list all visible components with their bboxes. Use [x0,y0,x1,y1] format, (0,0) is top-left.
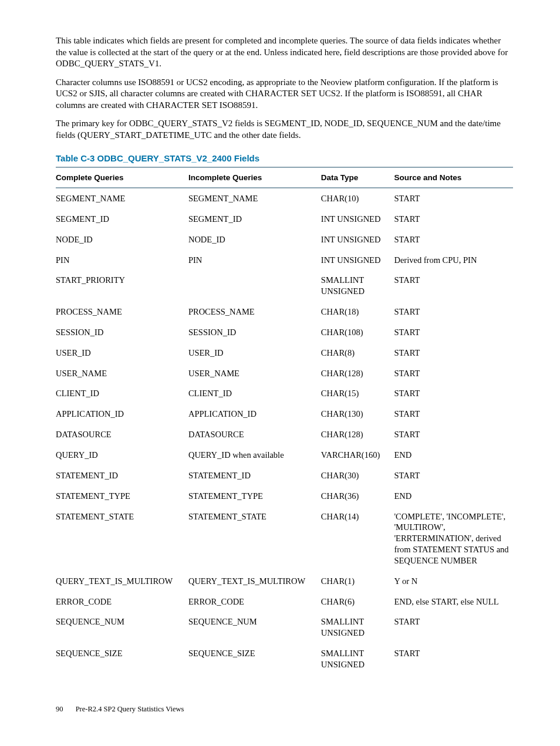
cell: SEQUENCE_SIZE [188,643,321,675]
cell: SMALLINT UNSIGNED [321,643,394,675]
cell: QUERY_TEXT_IS_MULTIROW [188,571,321,592]
cell: Y or N [394,571,513,592]
cell: START [394,209,513,229]
table-row: USER_NAMEUSER_NAMECHAR(128)START [56,363,513,384]
cell: CHAR(30) [321,465,394,486]
header-incomplete-queries: Incomplete Queries [188,167,321,188]
cell: START [394,612,513,643]
table-row: DATASOURCEDATASOURCECHAR(128)START [56,424,513,445]
cell: ERROR_CODE [188,592,321,612]
cell: STATEMENT_ID [56,465,188,486]
cell: START [394,383,513,404]
cell: USER_NAME [188,363,321,384]
footer-section-title: Pre-R2.4 SP2 Query Statistics Views [76,705,184,713]
intro-para-3: The primary key for ODBC_QUERY_STATS_V2 … [56,118,513,141]
cell: STATEMENT_STATE [188,507,321,571]
cell: START [394,322,513,343]
cell: START_PRIORITY [56,270,188,302]
cell: APPLICATION_ID [56,404,188,424]
table-row: QUERY_IDQUERY_ID when availableVARCHAR(1… [56,445,513,465]
intro-para-2: Character columns use ISO88591 or UCS2 e… [56,77,513,112]
cell: INT UNSIGNED [321,250,394,271]
page-number: 90 [56,705,63,713]
cell: CHAR(8) [321,343,394,363]
cell: START [394,188,513,209]
cell: CHAR(130) [321,404,394,424]
cell: SEQUENCE_SIZE [56,643,188,675]
cell: START [394,229,513,250]
cell: USER_ID [56,343,188,363]
fields-table: Complete Queries Incomplete Queries Data… [56,167,513,675]
cell: SEGMENT_ID [56,209,188,229]
cell: END [394,445,513,465]
cell: START [394,270,513,302]
cell: NODE_ID [188,229,321,250]
cell: QUERY_ID [56,445,188,465]
cell: CHAR(1) [321,571,394,592]
cell: DATASOURCE [188,424,321,445]
cell: CHAR(128) [321,424,394,445]
table-row: SEQUENCE_SIZESEQUENCE_SIZESMALLINT UNSIG… [56,643,513,675]
cell: CHAR(18) [321,302,394,322]
cell: START [394,424,513,445]
page-footer: 90 Pre-R2.4 SP2 Query Statistics Views [56,704,513,714]
cell: SESSION_ID [56,322,188,343]
cell: START [394,302,513,322]
cell: CLIENT_ID [188,383,321,404]
cell: CHAR(14) [321,507,394,571]
cell: DATASOURCE [56,424,188,445]
header-complete-queries: Complete Queries [56,167,188,188]
cell: PROCESS_NAME [188,302,321,322]
intro-para-1: This table indicates which fields are pr… [56,35,513,70]
cell: STATEMENT_STATE [56,507,188,571]
cell: END [394,486,513,507]
cell: STATEMENT_TYPE [56,486,188,507]
cell: SEQUENCE_NUM [56,612,188,643]
table-row: STATEMENT_IDSTATEMENT_IDCHAR(30)START [56,465,513,486]
cell: ERROR_CODE [56,592,188,612]
cell: CHAR(108) [321,322,394,343]
cell: CLIENT_ID [56,383,188,404]
header-source-notes: Source and Notes [394,167,513,188]
cell: QUERY_TEXT_IS_MULTIROW [56,571,188,592]
cell: SEGMENT_NAME [56,188,188,209]
cell: STATEMENT_TYPE [188,486,321,507]
cell: SEGMENT_ID [188,209,321,229]
cell: INT UNSIGNED [321,209,394,229]
header-data-type: Data Type [321,167,394,188]
cell: SMALLINT UNSIGNED [321,270,394,302]
table-row: CLIENT_IDCLIENT_IDCHAR(15)START [56,383,513,404]
table-row: SEQUENCE_NUMSEQUENCE_NUMSMALLINT UNSIGNE… [56,612,513,643]
cell: START [394,404,513,424]
cell: START [394,643,513,675]
cell: NODE_ID [56,229,188,250]
cell: START [394,363,513,384]
table-row: ERROR_CODEERROR_CODECHAR(6)END, else STA… [56,592,513,612]
table-row: USER_IDUSER_IDCHAR(8)START [56,343,513,363]
cell: INT UNSIGNED [321,229,394,250]
cell: START [394,343,513,363]
cell: SEGMENT_NAME [188,188,321,209]
table-row: NODE_IDNODE_IDINT UNSIGNEDSTART [56,229,513,250]
table-row: SEGMENT_NAMESEGMENT_NAMECHAR(10)START [56,188,513,209]
cell: Derived from CPU, PIN [394,250,513,271]
cell: CHAR(128) [321,363,394,384]
cell: APPLICATION_ID [188,404,321,424]
table-row: SESSION_IDSESSION_IDCHAR(108)START [56,322,513,343]
cell: STATEMENT_ID [188,465,321,486]
table-row: APPLICATION_IDAPPLICATION_IDCHAR(130)STA… [56,404,513,424]
cell [188,270,321,302]
cell: QUERY_ID when available [188,445,321,465]
table-row: START_PRIORITYSMALLINT UNSIGNEDSTART [56,270,513,302]
table-body: SEGMENT_NAMESEGMENT_NAMECHAR(10)STARTSEG… [56,188,513,675]
cell: SESSION_ID [188,322,321,343]
cell: CHAR(6) [321,592,394,612]
table-row: SEGMENT_IDSEGMENT_IDINT UNSIGNEDSTART [56,209,513,229]
cell: 'COMPLETE', 'INCOMPLETE', 'MULTIROW', 'E… [394,507,513,571]
cell: USER_NAME [56,363,188,384]
cell: CHAR(36) [321,486,394,507]
table-row: QUERY_TEXT_IS_MULTIROWQUERY_TEXT_IS_MULT… [56,571,513,592]
table-row: PINPININT UNSIGNEDDerived from CPU, PIN [56,250,513,271]
cell: START [394,465,513,486]
cell: SMALLINT UNSIGNED [321,612,394,643]
